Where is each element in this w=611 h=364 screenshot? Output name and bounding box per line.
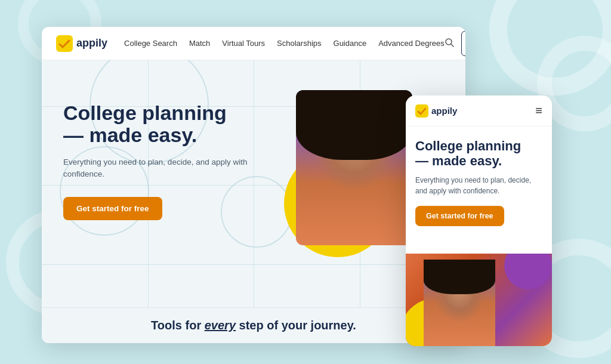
mobile-logo-text: appily: [431, 106, 457, 116]
mobile-logo-icon: [415, 104, 428, 118]
nav-link-scholarships[interactable]: Scholarships: [277, 39, 321, 48]
navbar: appily College Search Match Virtual Tour…: [42, 27, 465, 60]
mobile-hero-section: College planning — made easy. Everything…: [406, 127, 552, 236]
mobile-logo[interactable]: appily: [415, 104, 457, 118]
search-icon[interactable]: [445, 38, 454, 50]
svg-rect-0: [56, 35, 73, 52]
person-face-simulation: [296, 90, 412, 245]
logo-icon: [56, 35, 73, 52]
svg-rect-3: [415, 104, 428, 118]
mobile-person-photo: [424, 260, 495, 346]
logo-text: appily: [76, 37, 107, 50]
svg-line-2: [451, 44, 453, 47]
hero-section: College planning — made easy. Everything…: [42, 60, 465, 307]
tagline-bar: Tools for every step of your journey.: [42, 307, 465, 343]
login-button[interactable]: Log In: [461, 31, 465, 56]
hero-title: College planning — made easy.: [63, 102, 254, 147]
nav-link-college-search[interactable]: College Search: [124, 39, 177, 48]
mobile-cta-button[interactable]: Get started for free: [415, 206, 504, 226]
mobile-person-sim: [424, 260, 495, 346]
mobile-hero-subtitle: Everything you need to plan, decide, and…: [415, 175, 542, 196]
mobile-navbar: appily ≡: [406, 95, 552, 127]
nav-link-guidance[interactable]: Guidance: [334, 39, 367, 48]
bg-circle-top-right: [489, 0, 611, 95]
desktop-browser-card: appily College Search Match Virtual Tour…: [42, 27, 465, 343]
mobile-person-hair: [424, 260, 495, 294]
nav-link-match[interactable]: Match: [189, 39, 210, 48]
cta-button[interactable]: Get started for free: [63, 197, 162, 220]
mobile-image-area: [406, 254, 552, 346]
nav-link-advanced-degrees[interactable]: Advanced Degrees: [378, 39, 445, 48]
nav-links: College Search Match Virtual Tours Schol…: [124, 39, 445, 48]
person-hair: [296, 90, 412, 160]
hamburger-icon[interactable]: ≡: [535, 104, 542, 118]
hero-text-block: College planning — made easy. Everything…: [63, 90, 254, 220]
tagline-text: Tools for every step of your journey.: [151, 319, 356, 332]
mobile-browser-card: appily ≡ College planning — made easy. E…: [406, 95, 552, 346]
hero-person-photo: [296, 90, 412, 245]
mobile-hero-title: College planning — made easy.: [415, 138, 542, 169]
nav-link-virtual-tours[interactable]: Virtual Tours: [222, 39, 265, 48]
logo[interactable]: appily: [56, 35, 107, 52]
nav-actions: Log In: [445, 31, 465, 56]
hero-subtitle: Everything you need to plan, decide, and…: [63, 156, 254, 181]
